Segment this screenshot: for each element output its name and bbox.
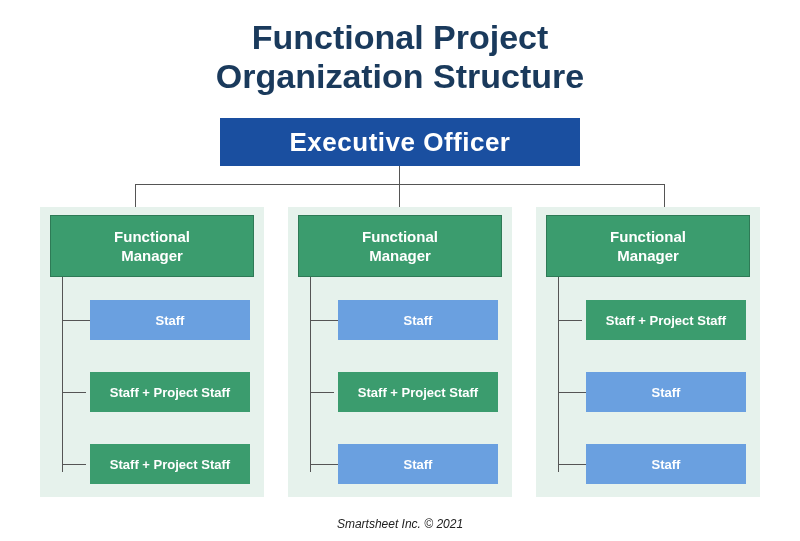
staff-label: Staff + Project Staff: [110, 385, 230, 400]
connector-line: [558, 277, 559, 472]
connector-line: [135, 184, 136, 207]
staff-node: Staff: [338, 444, 498, 484]
manager-label-line1: Functional: [362, 227, 438, 247]
staff-label: Staff + Project Staff: [110, 457, 230, 472]
functional-manager-node: Functional Manager: [298, 215, 502, 277]
connector-line: [62, 277, 63, 472]
connector-line: [62, 320, 90, 321]
manager-label-line1: Functional: [114, 227, 190, 247]
manager-label-line1: Functional: [610, 227, 686, 247]
staff-label: Staff: [404, 313, 433, 328]
staff-node: Staff: [90, 300, 250, 340]
functional-manager-node: Functional Manager: [546, 215, 750, 277]
title-line-1: Functional Project: [252, 18, 549, 56]
staff-project-node: Staff + Project Staff: [334, 368, 502, 416]
connector-line: [664, 184, 665, 207]
connector-line: [558, 464, 586, 465]
staff-label: Staff: [652, 385, 681, 400]
footer-text: Smartsheet Inc. © 2021: [337, 517, 463, 531]
footer-attribution: Smartsheet Inc. © 2021: [0, 517, 800, 531]
manager-label-line2: Manager: [369, 246, 431, 266]
executive-officer-node: Executive Officer: [220, 118, 580, 166]
connector-line: [399, 184, 400, 207]
functional-manager-node: Functional Manager: [50, 215, 254, 277]
manager-label-line2: Manager: [617, 246, 679, 266]
staff-project-node: Staff + Project Staff: [86, 440, 254, 488]
connector-line: [135, 184, 665, 185]
title-line-2: Organization Structure: [216, 57, 584, 95]
staff-project-node: Staff + Project Staff: [86, 368, 254, 416]
staff-label: Staff: [652, 457, 681, 472]
connector-line: [310, 464, 338, 465]
staff-node: Staff: [586, 372, 746, 412]
connector-line: [399, 166, 400, 184]
manager-label-line2: Manager: [121, 246, 183, 266]
connector-line: [558, 392, 586, 393]
connector-line: [310, 277, 311, 472]
staff-project-node: Staff + Project Staff: [582, 296, 750, 344]
diagram-title: Functional Project Organization Structur…: [0, 0, 800, 96]
staff-label: Staff: [404, 457, 433, 472]
connector-line: [310, 320, 338, 321]
executive-label: Executive Officer: [290, 127, 511, 158]
staff-node: Staff: [338, 300, 498, 340]
staff-node: Staff: [586, 444, 746, 484]
staff-label: Staff + Project Staff: [606, 313, 726, 328]
staff-label: Staff: [156, 313, 185, 328]
staff-label: Staff + Project Staff: [358, 385, 478, 400]
